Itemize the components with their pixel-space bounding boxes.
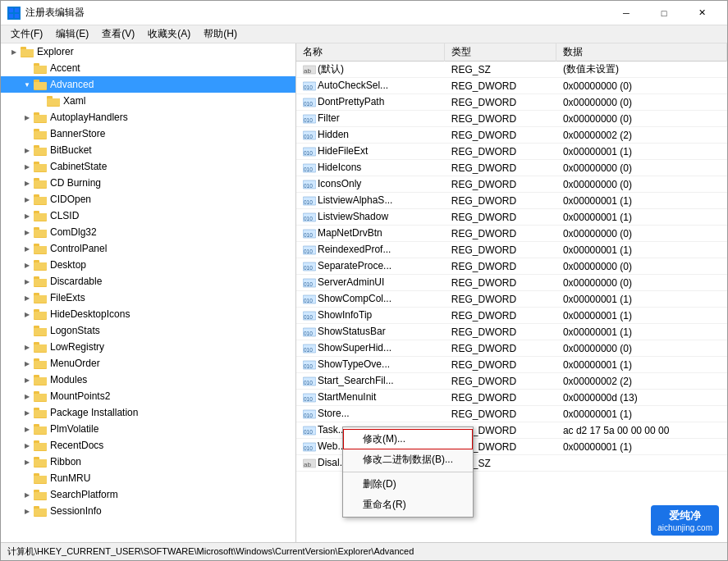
context-menu: 修改(M)...修改二进制数据(B)...删除(D)重命名(R) <box>342 426 474 518</box>
context-menu-item[interactable]: 删除(D) <box>343 474 473 495</box>
context-menu-item[interactable]: 修改(M)... <box>343 429 473 449</box>
context-menu-item[interactable]: 修改二进制数据(B)... <box>343 449 473 470</box>
context-menu-divider <box>343 472 473 472</box>
context-menu-item[interactable]: 重命名(R) <box>343 495 473 515</box>
context-menu-overlay: 修改(M)...修改二进制数据(B)...删除(D)重命名(R) <box>1 1 728 561</box>
